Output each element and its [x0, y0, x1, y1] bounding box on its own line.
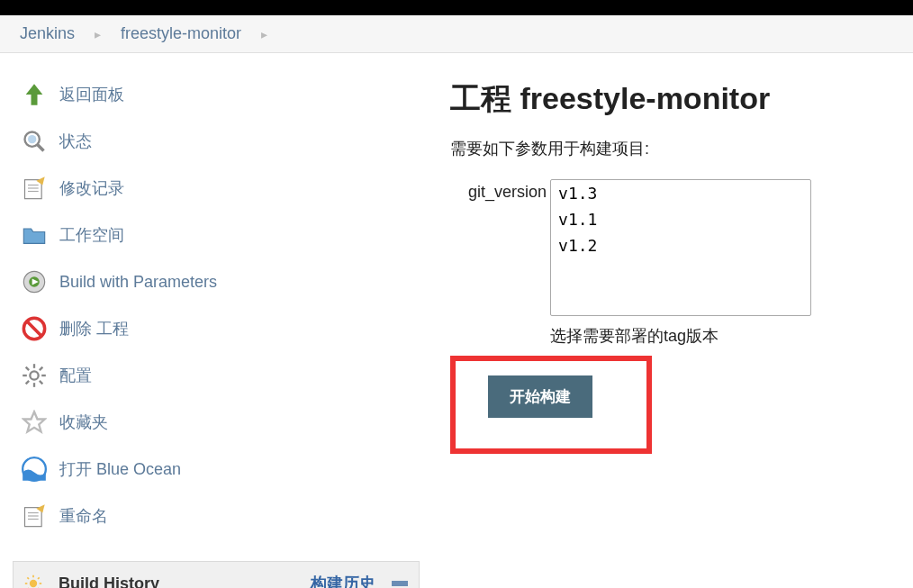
svg-line-33 [38, 577, 40, 579]
delete-icon [20, 314, 49, 343]
sidebar-item-label: 修改记录 [59, 177, 124, 199]
svg-line-19 [40, 367, 43, 371]
breadcrumb: Jenkins ▸ freestyle-monitor ▸ [0, 15, 913, 53]
gear-icon [20, 361, 49, 390]
svg-line-2 [38, 145, 44, 151]
main-content: 工程 freestyle-monitor 需要如下参数用于构建项目: git_v… [432, 53, 913, 584]
sidebar-item-back[interactable]: 返回面板 [13, 71, 420, 118]
sidebar-item-configure[interactable]: 配置 [13, 352, 420, 399]
star-icon [20, 408, 49, 437]
top-bar [0, 0, 913, 15]
breadcrumb-jenkins[interactable]: Jenkins [20, 24, 75, 43]
build-history-link[interactable]: 构建历史 [311, 573, 375, 588]
page-title: 工程 freestyle-monitor [450, 78, 909, 120]
sun-icon [24, 574, 42, 588]
build-history-panel: Build History 构建历史 [13, 561, 420, 588]
svg-line-18 [26, 381, 30, 384]
blueocean-icon [20, 455, 49, 484]
svg-line-30 [27, 577, 29, 579]
sidebar-item-label: 删除 工程 [59, 318, 129, 339]
sidebar-item-label: 状态 [59, 131, 92, 152]
sidebar-item-label: 重命名 [59, 505, 108, 527]
sidebar-item-label: Build with Parameters [59, 273, 217, 292]
svg-line-10 [27, 321, 41, 336]
build-button[interactable]: 开始构建 [488, 375, 592, 418]
folder-icon [20, 221, 49, 249]
breadcrumb-project[interactable]: freestyle-monitor [121, 24, 241, 43]
git-version-option[interactable]: v1.1 [551, 206, 810, 232]
param-help: 选择需要部署的tag版本 [550, 325, 811, 347]
svg-line-17 [40, 381, 43, 384]
git-version-option[interactable]: v1.3 [551, 180, 810, 206]
sidebar-item-workspace[interactable]: 工作空间 [13, 212, 420, 258]
svg-line-16 [26, 367, 30, 371]
notepad-icon [20, 174, 49, 203]
arrow-up-icon [20, 80, 49, 109]
build-icon [20, 267, 49, 296]
notepad-icon [20, 502, 49, 530]
collapse-icon[interactable] [392, 581, 408, 586]
svg-point-25 [30, 580, 37, 587]
svg-point-1 [28, 135, 36, 143]
sidebar-item-favorite[interactable]: 收藏夹 [13, 399, 420, 446]
sidebar-item-label: 收藏夹 [59, 412, 108, 433]
search-icon [20, 127, 49, 156]
sidebar: 返回面板 状态 修改记录 工作空间 Build with Parameters [0, 53, 432, 584]
chevron-right-icon: ▸ [95, 27, 101, 41]
highlight-box: 开始构建 [450, 356, 652, 454]
sidebar-item-label: 工作空间 [59, 224, 124, 246]
svg-point-11 [30, 371, 38, 379]
sidebar-item-changes[interactable]: 修改记录 [13, 165, 420, 212]
git-version-select[interactable]: v1.3v1.1v1.2 [550, 179, 811, 316]
sidebar-item-build-params[interactable]: Build with Parameters [13, 258, 420, 305]
sidebar-item-label: 配置 [59, 365, 92, 386]
sidebar-item-blueocean[interactable]: 打开 Blue Ocean [13, 446, 420, 493]
git-version-option[interactable]: v1.2 [551, 232, 810, 258]
build-history-title: Build History [59, 574, 302, 589]
param-label: git_version [468, 179, 547, 202]
sidebar-item-delete[interactable]: 删除 工程 [13, 305, 420, 352]
sidebar-item-label: 打开 Blue Ocean [59, 458, 181, 480]
sidebar-item-label: 返回面板 [59, 84, 124, 105]
param-row: git_version v1.3v1.1v1.2 选择需要部署的tag版本 [468, 179, 909, 347]
sidebar-item-rename[interactable]: 重命名 [13, 493, 420, 539]
build-desc: 需要如下参数用于构建项目: [450, 138, 909, 159]
chevron-right-icon: ▸ [261, 27, 267, 41]
sidebar-item-status[interactable]: 状态 [13, 118, 420, 165]
